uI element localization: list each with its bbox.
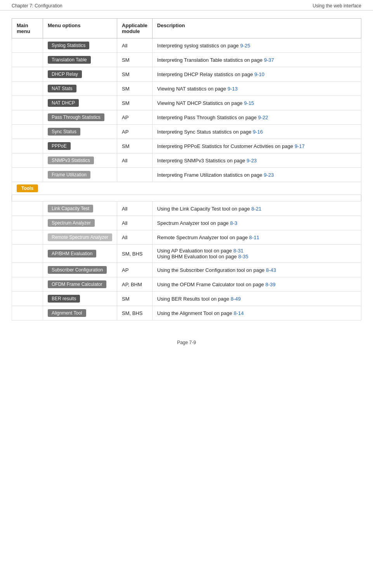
desc-text: Spectrum Analyzer tool on page [157,220,230,226]
table-header-row: Main menu Menu options Applicable module… [12,19,361,38]
menu-button[interactable]: NAT DHCP [48,99,79,107]
cell-menu-option[interactable]: Subscriber Configuration [43,263,117,277]
desc2-text: Using BHM Evaluation tool on page [157,254,238,259]
cell-description[interactable]: Using BER Results tool on page 8-49 [152,292,361,306]
desc-link[interactable]: 8-11 [249,235,259,240]
cell-main-menu [12,153,43,168]
cell-description[interactable]: Using the Alignment Tool on page 8-14 [152,306,361,320]
desc-link[interactable]: 9-23 [246,158,257,164]
cell-main-menu [12,277,43,292]
menu-button[interactable]: Remote Spectrum Analyzer [48,233,112,241]
cell-module: SM [117,96,153,110]
desc-link[interactable]: 9-10 [254,71,264,77]
spacer-row [12,195,361,202]
menu-button[interactable]: Subscriber Configuration [48,266,107,274]
cell-description[interactable]: Interpreting DHCP Relay statistics on pa… [152,67,361,82]
desc-link[interactable]: 9-16 [253,129,263,135]
cell-menu-option[interactable]: NAT DHCP [43,96,117,110]
desc-link[interactable]: 9-37 [264,57,274,63]
menu-button[interactable]: AP/BHM Evaluation [48,250,96,257]
cell-menu-option[interactable]: Syslog Statistics [43,38,117,53]
cell-menu-option[interactable]: Frame Utilization [43,168,117,182]
cell-description[interactable]: Using the Subscriber Configuration tool … [152,263,361,277]
cell-menu-option[interactable]: OFDM Frame Calculator [43,277,117,292]
desc-link[interactable]: 9-22 [258,115,268,120]
cell-description[interactable]: Interpreting PPPoE Statistics for Custom… [152,139,361,153]
cell-module: SM [117,82,153,96]
cell-description[interactable]: Interpreting SNMPv3 Statistics on page 9… [152,153,361,168]
desc-link[interactable]: 9-15 [244,100,254,106]
cell-menu-option[interactable]: Translation Table [43,53,117,67]
desc-link[interactable]: 9-17 [295,143,305,149]
cell-description[interactable]: Interpreting Frame Utilization statistic… [152,168,361,182]
cell-description[interactable]: Viewing NAT DHCP Statistics on page 9-15 [152,96,361,110]
desc-link[interactable]: 9-25 [240,43,250,49]
cell-menu-option[interactable]: Alignment Tool [43,306,117,320]
desc-link[interactable]: 8-3 [230,220,238,226]
cell-description[interactable]: Using the Link Capacity Test tool on pag… [152,202,361,216]
cell-module: SM, BHS [117,245,153,263]
cell-menu-option[interactable]: Link Capacity Test [43,202,117,216]
cell-description[interactable]: Using AP Evaluation tool on page 8-31Usi… [152,245,361,263]
menu-button[interactable]: Syslog Statistics [48,42,89,49]
cell-module: AP, BHM [117,277,153,292]
table-row: AP/BHM EvaluationSM, BHSUsing AP Evaluat… [12,245,361,263]
desc-link[interactable]: 8-43 [266,267,276,273]
menu-button[interactable]: Alignment Tool [48,309,86,317]
cell-main-menu [12,67,43,82]
menu-button[interactable]: Translation Table [48,56,91,64]
table-row: BER resultsSMUsing BER Results tool on p… [12,292,361,306]
menu-button[interactable]: NAT Stats [48,85,76,92]
cell-module: SM [117,139,153,153]
desc-text: Interpreting PPPoE Statistics for Custom… [157,143,295,149]
desc-link[interactable]: 8-31 [233,248,243,254]
cell-menu-option[interactable]: Remote Spectrum Analyzer [43,230,117,245]
desc-text: Viewing NAT DHCP Statistics on page [157,100,244,106]
menu-button[interactable]: Link Capacity Test [48,205,93,212]
cell-description[interactable]: Viewing NAT statistics on page 9-13 [152,82,361,96]
desc-link[interactable]: 8-39 [265,282,276,287]
desc2-link[interactable]: 8-35 [238,254,248,259]
menu-button[interactable]: Sync Status [48,128,80,136]
cell-description[interactable]: Interpreting Translation Table statistic… [152,53,361,67]
cell-description[interactable]: Interpreting Sync Status statistics on p… [152,125,361,139]
cell-menu-option[interactable]: SNMPv3 Statistics [43,153,117,168]
cell-description[interactable]: Interpreting Pass Through Statistics on … [152,110,361,125]
cell-menu-option[interactable]: PPPoE [43,139,117,153]
menu-button[interactable]: OFDM Frame Calculator [48,280,106,288]
desc-text: Interpreting syslog statistics on page [157,43,240,49]
table-row: Frame UtilizationInterpreting Frame Util… [12,168,361,182]
desc-link[interactable]: 8-21 [251,206,261,212]
cell-module: SM [117,53,153,67]
cell-main-menu [12,216,43,230]
menu-button[interactable]: Spectrum Analyzer [48,219,95,227]
menu-button[interactable]: SNMPv3 Statistics [48,157,94,164]
desc-link[interactable]: 9-13 [227,86,238,92]
desc-text: Using BER Results tool on page [157,296,231,302]
cell-menu-option[interactable]: NAT Stats [43,82,117,96]
desc-text: Interpreting SNMPv3 Statistics on page [157,158,247,164]
table-row: Pass Through StatisticsAPInterpreting Pa… [12,110,361,125]
menu-button[interactable]: BER results [48,295,80,303]
cell-main-menu [12,168,43,182]
table-row: Sync StatusAPInterpreting Sync Status st… [12,125,361,139]
menu-button[interactable]: DHCP Relay [48,70,82,78]
cell-menu-option[interactable]: BER results [43,292,117,306]
cell-description[interactable]: Remote Spectrum Analyzer tool on page 8-… [152,230,361,245]
desc-link[interactable]: 8-14 [234,310,244,316]
cell-description[interactable]: Spectrum Analyzer tool on page 8-3 [152,216,361,230]
cell-menu-option[interactable]: Pass Through Statistics [43,110,117,125]
menu-button[interactable]: Frame Utilization [48,171,90,179]
table-row: Alignment ToolSM, BHSUsing the Alignment… [12,306,361,320]
menu-button[interactable]: Pass Through Statistics [48,113,104,121]
cell-description[interactable]: Interpreting syslog statistics on page 9… [152,38,361,53]
cell-menu-option[interactable]: AP/BHM Evaluation [43,245,117,263]
cell-menu-option[interactable]: DHCP Relay [43,67,117,82]
cell-description[interactable]: Using the OFDM Frame Calculator tool on … [152,277,361,292]
desc-link[interactable]: 9-23 [264,172,274,178]
desc-link[interactable]: 8-49 [231,296,241,302]
cell-main-menu [12,292,43,306]
menu-button[interactable]: PPPoE [48,142,71,150]
cell-menu-option[interactable]: Spectrum Analyzer [43,216,117,230]
cell-menu-option[interactable]: Sync Status [43,125,117,139]
